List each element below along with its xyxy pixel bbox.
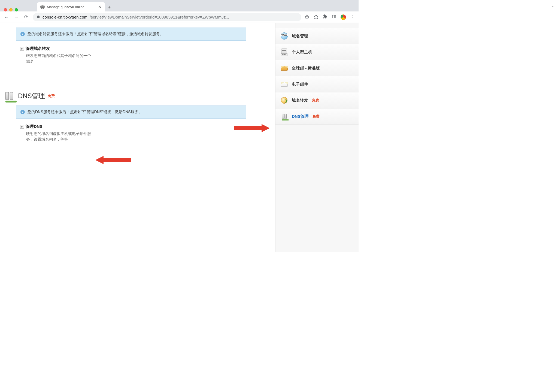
sidebar-item-label: 域名转发 (292, 98, 308, 103)
annotation-arrow-left (95, 155, 131, 165)
free-badge: 免费 (48, 94, 55, 98)
svg-rect-5 (332, 15, 336, 18)
forward-button: → (13, 14, 20, 20)
svg-marker-7 (95, 156, 131, 164)
envelope-orange-icon (280, 65, 288, 71)
minimize-window-icon[interactable] (9, 8, 13, 11)
new-tab-button[interactable]: + (105, 4, 113, 11)
close-window-icon[interactable] (4, 8, 7, 11)
url-bar[interactable]: console-cn.tloxygen.com/servlet/ViewDoma… (33, 13, 301, 21)
tab-title: Manage guozeyu.online (47, 5, 95, 9)
url-host: console-cn.tloxygen.com (43, 15, 87, 19)
browser-chrome: Manage guozeyu.online ✕ + ⌄ ← → ⟳ consol… (0, 0, 359, 23)
sidebar-item-personal-hosting[interactable]: 个人型主机 (275, 44, 359, 60)
sidebar: 域名管理 个人型主机 全球邮 - 标准版 电子邮件 域名转发 免费 DNS管理 … (275, 23, 359, 252)
manage-domain-forward-block: ▶ 管理域名转发 转发您当前的域名和其子域名到另一个域名 (20, 46, 91, 64)
main-content: i 您的域名转发服务还未激活！点击如下"管理域名转发"链接，激活域名转发服务。 … (0, 23, 275, 252)
sidebar-item-dns-manage[interactable]: DNS管理 免费 (275, 108, 359, 125)
tab-bar: Manage guozeyu.online ✕ + ⌄ (0, 0, 359, 11)
share-icon[interactable] (305, 14, 309, 20)
forward-globe-icon (280, 97, 288, 103)
manage-domain-forward-link[interactable]: 管理域名转发 (26, 46, 50, 51)
annotation-arrow-right (234, 123, 270, 134)
sidebar-item-label: DNS管理 (292, 114, 309, 119)
reload-button[interactable]: ⟳ (23, 14, 29, 20)
menu-icon[interactable]: ⋮ (350, 14, 355, 20)
fullscreen-window-icon[interactable] (15, 8, 18, 11)
browser-toolbar: ← → ⟳ console-cn.tloxygen.com/servlet/Vi… (0, 11, 359, 23)
url-path: /servlet/ViewDomainServlet?orderid=10098… (90, 15, 229, 19)
info-domain-forward-inactive: i 您的域名转发服务还未激活！点击如下"管理域名转发"链接，激活域名转发服务。 (16, 28, 246, 41)
manage-dns-block: ▶ 管理DNS 映射您的域名到虚拟主机或电子邮件服务，设置域名别名，等等 (20, 124, 91, 142)
envelope-icon (280, 81, 288, 87)
svg-marker-4 (314, 14, 318, 19)
page-body: i 您的域名转发服务还未激活！点击如下"管理域名转发"链接，激活域名转发服务。 … (0, 23, 359, 252)
server-icon (280, 49, 288, 55)
sidebar-item-label: 电子邮件 (292, 82, 308, 87)
info-icon: i (20, 110, 25, 114)
toolbar-actions: ⋮ (305, 14, 355, 20)
sidebar-item-domain-manage[interactable]: 域名管理 (275, 28, 359, 44)
sidebar-item-email[interactable]: 电子邮件 (275, 76, 359, 92)
play-bullet-icon: ▶ (20, 125, 24, 129)
lock-icon (37, 15, 40, 19)
sidebar-item-label: 域名管理 (292, 34, 308, 39)
dns-icon (3, 91, 16, 101)
free-badge: 免费 (313, 114, 320, 119)
browser-tab[interactable]: Manage guozeyu.online ✕ (37, 2, 105, 11)
play-bullet-icon: ▶ (20, 47, 24, 51)
info-icon: i (20, 32, 25, 36)
sidebar-item-label: 全球邮 - 标准版 (292, 66, 320, 71)
dns-section-header: DNS管理免费 (5, 92, 268, 102)
info-text: 您的DNS服务还未激活！点击如下"管理DNS"链接，激活DNS服务。 (28, 110, 142, 114)
dns-section-title: DNS管理 (18, 92, 45, 100)
info-text: 您的域名转发服务还未激活！点击如下"管理域名转发"链接，激活域名转发服务。 (28, 32, 164, 37)
globe-www-icon (280, 33, 288, 39)
free-badge: 免费 (312, 98, 319, 103)
manage-domain-forward-desc: 转发您当前的域名和其子域名到另一个域名 (26, 53, 91, 64)
svg-marker-8 (234, 124, 270, 132)
sidebar-item-globalmail[interactable]: 全球邮 - 标准版 (275, 60, 359, 76)
manage-dns-link[interactable]: 管理DNS (26, 124, 43, 129)
globe-icon (40, 5, 45, 9)
info-dns-inactive: i 您的DNS服务还未激活！点击如下"管理DNS"链接，激活DNS服务。 (16, 105, 246, 119)
side-panel-icon[interactable] (332, 14, 336, 20)
extensions-icon[interactable] (323, 14, 327, 20)
profile-avatar[interactable] (341, 14, 346, 20)
manage-dns-desc: 映射您的域名到虚拟主机或电子邮件服务，设置域名别名，等等 (26, 131, 91, 142)
star-icon[interactable] (314, 14, 319, 20)
dns-icon (280, 113, 288, 119)
back-button[interactable]: ← (3, 14, 10, 20)
sidebar-item-label: 个人型主机 (292, 50, 312, 55)
close-tab-icon[interactable]: ✕ (98, 5, 102, 9)
window-controls[interactable] (4, 8, 18, 11)
sidebar-item-domain-forward[interactable]: 域名转发 免费 (275, 92, 359, 108)
